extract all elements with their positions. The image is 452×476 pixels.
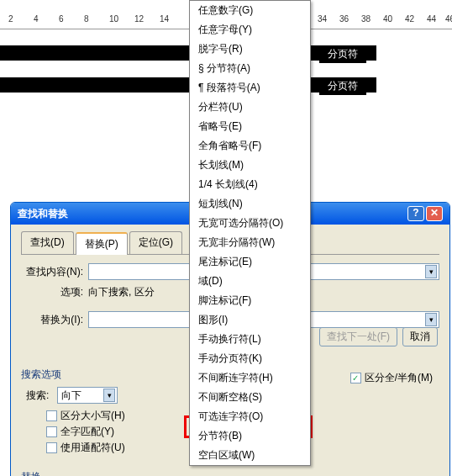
page-break-marker: 分页符: [319, 45, 366, 63]
menu-item-em-dash[interactable]: 长划线(M): [190, 156, 310, 175]
ruler-tick: 2: [8, 14, 13, 24]
menu-item-nonbreaking-space[interactable]: 不间断空格(S): [190, 388, 310, 407]
chevron-down-icon[interactable]: ▾: [425, 313, 437, 326]
ruler-tick: 38: [361, 14, 371, 24]
ruler-tick: 4: [34, 14, 39, 24]
close-button[interactable]: ✕: [426, 206, 443, 221]
menu-item-endnote-mark[interactable]: 尾注标记(E): [190, 252, 310, 272]
menu-item-section-break[interactable]: 分节符(B): [190, 426, 310, 446]
text-bar: [311, 77, 319, 93]
chevron-down-icon[interactable]: ▾: [425, 265, 437, 278]
menu-item-manual-line-break[interactable]: 手动换行符(L): [190, 330, 310, 349]
ruler-tick: 44: [427, 14, 436, 24]
search-direction-value: 向下: [61, 389, 81, 403]
ruler-tick: 42: [405, 14, 414, 24]
menu-item-no-width-optional[interactable]: 无宽可选分隔符(O): [190, 214, 310, 233]
find-next-button[interactable]: 查找下一处(F): [319, 327, 397, 346]
ruler-tick: 8: [84, 14, 89, 24]
ruler-tick: 40: [383, 14, 392, 24]
menu-item-any-letter[interactable]: 任意字母(Y): [190, 20, 310, 40]
menu-item-optional-hyphen[interactable]: 可选连字符(O): [190, 407, 310, 426]
full-half-width-checkbox[interactable]: [350, 373, 361, 383]
replace-with-label: 替换为(I):: [21, 313, 88, 327]
menu-item-manual-page-break[interactable]: 手动分页符(K): [190, 349, 310, 368]
text-bar: [365, 45, 376, 61]
menu-item-column-break[interactable]: 分栏符(U): [190, 98, 310, 117]
menu-item-no-width-non-break[interactable]: 无宽非分隔符(W): [190, 233, 310, 252]
menu-item-quarter-em-dash[interactable]: 1/4 长划线(4): [190, 175, 310, 194]
ruler-tick: 6: [59, 14, 64, 24]
full-half-width-label: 区分全/半角(M): [365, 371, 433, 385]
dialog-title-text: 查找和替换: [18, 207, 68, 221]
search-direction-select[interactable]: 向下 ▾: [57, 387, 118, 404]
case-sensitive-checkbox[interactable]: [46, 410, 57, 421]
text-bar: [311, 45, 319, 61]
ruler-tick: 14: [160, 14, 169, 24]
menu-item-graphic[interactable]: 图形(I): [190, 310, 310, 330]
text-bar: [0, 77, 189, 93]
wildcard-label: 使用通配符(U): [60, 441, 125, 455]
options-label: 选项:: [21, 285, 88, 299]
menu-item-field[interactable]: 域(D): [190, 272, 310, 291]
menu-item-white-space[interactable]: 空白区域(W): [190, 446, 310, 465]
menu-item-section-char[interactable]: § 分节符(A): [190, 59, 310, 78]
ruler-tick: 10: [109, 14, 118, 24]
search-direction-label: 搜索:: [26, 389, 49, 403]
help-button[interactable]: ?: [407, 206, 424, 221]
wildcard-checkbox[interactable]: [46, 442, 57, 453]
menu-item-full-ellipsis[interactable]: 全角省略号(F): [190, 136, 310, 156]
cancel-button[interactable]: 取消: [402, 327, 438, 346]
special-char-menu: 任意数字(G) 任意字母(Y) 脱字号(R) § 分节符(A) ¶ 段落符号(A…: [189, 0, 311, 466]
menu-item-caret[interactable]: 脱字号(R): [190, 40, 310, 59]
text-bar: [0, 45, 189, 61]
menu-item-footnote-mark[interactable]: 脚注标记(F): [190, 291, 310, 310]
tab-goto[interactable]: 定位(G): [129, 231, 182, 254]
tab-find[interactable]: 查找(D): [21, 231, 74, 254]
whole-word-checkbox[interactable]: [46, 426, 57, 437]
text-bar: [365, 77, 376, 93]
menu-item-any-digit[interactable]: 任意数字(G): [190, 1, 310, 20]
replace-section-header: 替换: [21, 470, 439, 476]
menu-item-paragraph-char[interactable]: ¶ 段落符号(A): [190, 78, 310, 98]
tab-replace[interactable]: 替换(P): [76, 232, 128, 255]
whole-word-label: 全字匹配(Y): [60, 425, 114, 439]
menu-item-en-dash[interactable]: 短划线(N): [190, 194, 310, 214]
ruler-tick: 34: [318, 14, 327, 24]
menu-item-ellipsis[interactable]: 省略号(E): [190, 117, 310, 136]
find-content-label: 查找内容(N):: [21, 265, 88, 279]
ruler-tick: 46: [445, 14, 452, 24]
ruler-tick: 36: [339, 14, 349, 24]
chevron-down-icon[interactable]: ▾: [103, 389, 115, 402]
case-sensitive-label: 区分大小写(H): [60, 409, 125, 423]
ruler-tick: 12: [134, 14, 144, 24]
menu-item-nonbreaking-hyphen[interactable]: 不间断连字符(H): [190, 368, 310, 388]
page-break-marker: 分页符: [319, 77, 366, 95]
